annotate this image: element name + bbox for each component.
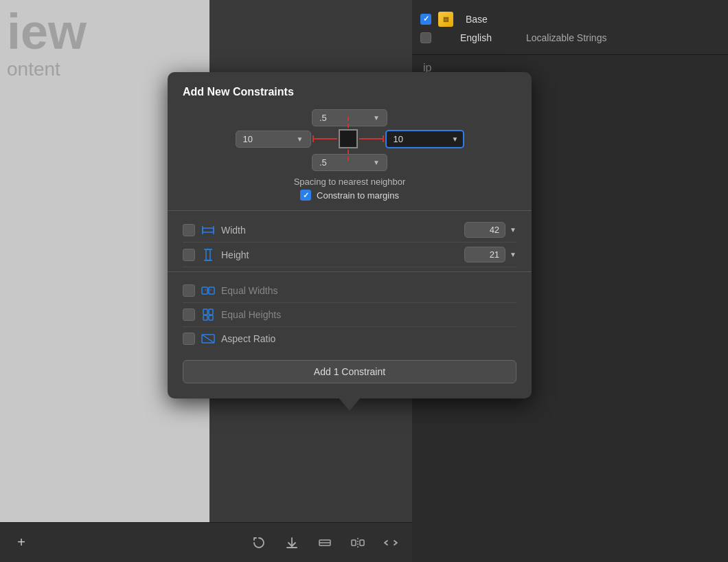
divider-1 [168, 210, 532, 211]
equal-heights-icon [201, 307, 216, 322]
embed-icon[interactable] [380, 532, 401, 553]
height-row: Height 21 ▼ [183, 243, 516, 267]
aspect-ratio-checkbox[interactable] [183, 333, 195, 345]
svg-rect-20 [360, 540, 364, 546]
align-icon[interactable] [315, 532, 335, 553]
bottom-spacing-value: .5 [319, 157, 327, 168]
top-spacing-dropdown[interactable]: .5 ▼ [312, 109, 387, 126]
divider-2 [168, 271, 532, 272]
right-top-bar: ▤ Base English Localizable Strings [412, 0, 728, 55]
height-dropdown-arrow: ▼ [510, 251, 516, 258]
dashed-bottom [348, 150, 349, 161]
height-value[interactable]: 21 [464, 247, 505, 262]
distribute-icon[interactable] [348, 532, 368, 553]
height-label: Height [221, 249, 464, 260]
width-dropdown-arrow: ▼ [510, 226, 516, 234]
aspect-ratio-label: Aspect Ratio [221, 333, 516, 344]
download-icon[interactable] [282, 532, 302, 553]
constrain-row: Constrain to margins [183, 190, 516, 201]
popup-title: Add New Constraints [183, 86, 516, 98]
svg-rect-11 [203, 315, 207, 320]
plus-button[interactable]: + [11, 532, 32, 553]
bottom-toolbar: + [0, 522, 412, 562]
base-checkbox[interactable] [420, 14, 431, 25]
bottom-spacing-dropdown[interactable]: .5 ▼ [312, 154, 387, 171]
svg-rect-10 [209, 309, 213, 315]
svg-line-14 [202, 335, 214, 343]
svg-rect-7 [209, 287, 214, 294]
center-square [339, 129, 358, 148]
bottom-spacing-row: .5 ▼ [312, 154, 387, 171]
center-square-container [339, 129, 358, 148]
right-red-connector [359, 135, 384, 142]
add-constraints-popup: Add New Constraints .5 ▼ 10 ▼ [168, 72, 532, 398]
top-spacing-row: .5 ▼ [312, 109, 387, 126]
width-value[interactable]: 42 [464, 222, 505, 238]
equal-heights-label: Equal Heights [221, 309, 516, 320]
svg-rect-9 [203, 309, 207, 315]
refresh-icon[interactable] [249, 532, 269, 553]
height-icon [201, 247, 216, 262]
bg-content-text: ontent [7, 58, 60, 80]
equal-widths-icon [201, 283, 216, 298]
svg-rect-12 [209, 315, 213, 320]
equal-heights-row: Equal Heights [183, 303, 516, 327]
svg-rect-0 [203, 228, 214, 232]
right-spacing-wrap: 10 ▼ [385, 130, 464, 148]
middle-row: 10 ▼ 10 ▼ [236, 129, 464, 148]
file-icon: ▤ [438, 12, 453, 27]
svg-rect-16 [286, 547, 297, 548]
aspect-ratio-icon [201, 331, 216, 346]
top-spacing-arrow: ▼ [373, 114, 380, 122]
equal-heights-checkbox[interactable] [183, 308, 195, 321]
right-spacing-input[interactable]: 10 [385, 130, 464, 148]
width-checkbox[interactable] [183, 224, 195, 236]
aspect-ratio-row: Aspect Ratio [183, 327, 516, 350]
height-checkbox[interactable] [183, 249, 195, 261]
english-checkbox[interactable] [420, 32, 431, 43]
svg-rect-19 [352, 540, 356, 546]
spacing-label: Spacing to nearest neighbor [183, 177, 516, 187]
left-red-connector [312, 135, 337, 142]
add-constraint-btn-wrap: Add 1 Constraint [183, 360, 516, 383]
bg-view-text: iew [0, 0, 87, 56]
add-constraint-button[interactable]: Add 1 Constraint [183, 360, 516, 383]
equal-widths-checkbox[interactable] [183, 284, 195, 297]
spacing-widget: .5 ▼ 10 ▼ [183, 109, 516, 171]
dashed-top [348, 117, 349, 128]
width-value-wrap: 42 ▼ [464, 222, 516, 238]
top-spacing-value: .5 [319, 113, 327, 123]
width-row: Width 42 ▼ [183, 218, 516, 243]
svg-rect-3 [206, 249, 210, 260]
constrain-label: Constrain to margins [317, 190, 399, 201]
localizable-strings-label: Localizable Strings [526, 32, 607, 43]
width-label: Width [221, 225, 464, 236]
svg-rect-6 [202, 287, 207, 294]
width-icon [201, 223, 216, 238]
left-spacing-value: 10 [243, 134, 253, 144]
bottom-spacing-arrow: ▼ [373, 159, 380, 166]
height-value-wrap: 21 ▼ [464, 247, 516, 262]
base-label: Base [466, 14, 488, 25]
left-spacing-dropdown[interactable]: 10 ▼ [236, 131, 311, 148]
left-arrow: ▼ [297, 135, 304, 143]
english-label: English [438, 32, 492, 43]
equal-widths-row: Equal Widths [183, 279, 516, 303]
constrain-checkbox[interactable] [300, 190, 311, 201]
equal-widths-label: Equal Widths [221, 285, 516, 296]
